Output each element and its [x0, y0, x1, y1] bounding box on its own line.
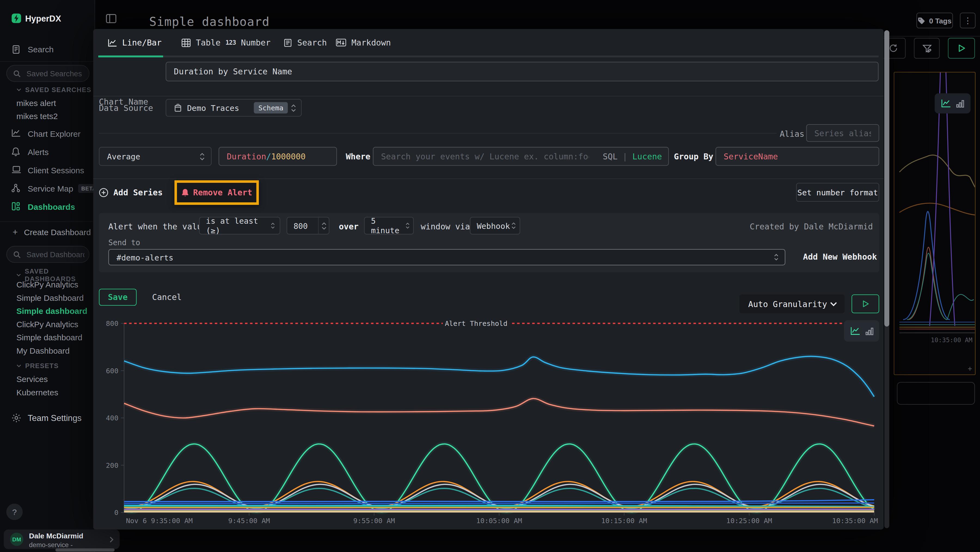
aggregation-select[interactable]: Average: [99, 147, 212, 166]
expression-operator: /: [266, 152, 271, 161]
saved-searches-field[interactable]: [25, 69, 86, 78]
sidebar-item-search[interactable]: Search: [28, 45, 54, 54]
svg-text:10:15:00 AM: 10:15:00 AM: [601, 517, 647, 525]
sidebar-item-team-settings[interactable]: Team Settings: [28, 413, 82, 423]
run-chart-button[interactable]: [851, 294, 879, 313]
sql-toggle[interactable]: SQL: [603, 152, 617, 161]
chevron-down-icon: [16, 273, 21, 276]
chevron-down-icon: [830, 302, 837, 306]
remove-alert-button[interactable]: Remove Alert: [175, 180, 259, 205]
tab-search[interactable]: Search: [283, 38, 327, 48]
background-panel-2: [897, 382, 975, 405]
svg-text:9:55:00 AM: 9:55:00 AM: [353, 517, 395, 525]
background-chart-panel[interactable]: 10:35:00 AM: [894, 72, 976, 375]
expression-divisor: 1000000: [271, 152, 306, 161]
group-by-label: Group By: [674, 152, 713, 161]
saved-dashboards-input[interactable]: [6, 246, 89, 263]
presets-header[interactable]: PRESETS: [16, 362, 59, 369]
set-number-format-button[interactable]: Set number format: [796, 183, 879, 202]
chart-type-toggle[interactable]: [844, 320, 879, 341]
sidebar: HyperDX Search SAVED SEARCHES mikes aler…: [0, 0, 95, 552]
sidebar-collapse-icon[interactable]: [106, 14, 116, 26]
bg-chart-type-toggle[interactable]: [935, 93, 970, 113]
add-new-webhook-button[interactable]: Add New Webhook: [803, 252, 877, 262]
saved-dashboard-item[interactable]: Simple dashboard: [16, 333, 82, 343]
tag-icon: [918, 17, 925, 24]
search-icon: [13, 70, 21, 77]
svg-text:400: 400: [106, 414, 118, 422]
send-to-select[interactable]: #demo-alerts: [108, 249, 785, 265]
preset-item[interactable]: Services: [16, 374, 48, 384]
cancel-button[interactable]: Cancel: [146, 289, 188, 306]
sidebar-item-client-sessions[interactable]: Client Sessions: [28, 165, 84, 175]
svg-text:10:25:00 AM: 10:25:00 AM: [726, 517, 772, 525]
sidebar-divider-2: [0, 221, 94, 222]
app-root: Simple dashboard 0 Tags ⋮: [0, 0, 980, 552]
alias-input[interactable]: [806, 124, 879, 142]
saved-searches-input[interactable]: [6, 65, 89, 82]
search-icon: [13, 250, 21, 258]
alert-prefix-label: Alert when the value: [108, 222, 207, 231]
chevron-down-icon: [16, 88, 22, 91]
create-dashboard-button[interactable]: Create Dashboard: [24, 228, 91, 237]
expression-input[interactable]: Duration/1000000: [219, 147, 337, 166]
save-button[interactable]: Save: [99, 289, 137, 306]
sidebar-item-chart-explorer[interactable]: Chart Explorer: [28, 129, 81, 139]
saved-dashboard-item[interactable]: My Dashboard: [16, 346, 70, 356]
saved-dashboard-item[interactable]: ClickPy Analytics: [16, 280, 78, 289]
horizontal-scrollbar[interactable]: [56, 549, 115, 552]
tab-line-bar[interactable]: Line/Bar: [108, 38, 162, 48]
tab-number[interactable]: 123Number: [225, 38, 270, 48]
hyperdx-logo[interactable]: [11, 13, 22, 26]
preset-item[interactable]: Kubernetes: [16, 388, 58, 397]
where-label: Where: [346, 152, 371, 161]
granularity-select[interactable]: Auto Granularity: [739, 294, 845, 313]
tab-markdown[interactable]: Markdown: [336, 38, 391, 48]
saved-search-item[interactable]: mikes tets2: [16, 112, 58, 121]
where-search-input[interactable]: SQL | Lucene: [373, 147, 669, 166]
brand-name[interactable]: HyperDX: [25, 14, 61, 24]
sidebar-item-service-map[interactable]: Service Map: [28, 183, 73, 193]
lucene-toggle[interactable]: Lucene: [632, 152, 662, 161]
modal-scrollbar-thumb[interactable]: [884, 30, 889, 326]
alert-channel-select[interactable]: Webhook: [470, 217, 520, 235]
more-menu-button[interactable]: ⋮: [960, 13, 976, 28]
run-query-button[interactable]: [948, 38, 975, 59]
saved-dashboard-item[interactable]: ClickPy Analytics: [16, 320, 78, 329]
filter-icon: [922, 43, 932, 53]
user-card[interactable]: DM Dale McDiarmid demo-service -: [4, 530, 120, 549]
sidebar-item-alerts[interactable]: Alerts: [28, 147, 49, 157]
filter-button[interactable]: [914, 38, 940, 59]
saved-dashboard-item[interactable]: Simple Dashboard: [16, 293, 84, 303]
tags-button[interactable]: 0 Tags: [916, 13, 953, 28]
svg-text:200: 200: [106, 461, 118, 469]
chart-name-input[interactable]: [165, 62, 878, 81]
chevron-updown-icon: [270, 222, 275, 230]
saved-dashboards-field[interactable]: [25, 249, 86, 259]
data-source-select[interactable]: Demo Traces Schema: [165, 99, 302, 116]
number-stepper[interactable]: [318, 217, 329, 234]
chart: 0200400600800Nov 6 9:35:00 AM9:45:00 AM9…: [99, 318, 880, 526]
tab-table[interactable]: Table: [181, 38, 221, 48]
play-icon: [862, 300, 869, 308]
sidebar-divider: [0, 61, 94, 62]
plus-icon: +: [13, 227, 18, 237]
saved-dashboard-item[interactable]: Simple dashboard: [16, 306, 88, 316]
saved-searches-header[interactable]: SAVED SEARCHES: [16, 86, 91, 93]
line-chart-icon: [941, 99, 951, 108]
alert-threshold-input[interactable]: 800: [286, 217, 329, 235]
saved-search-item[interactable]: mikes alert: [16, 98, 56, 108]
group-by-input[interactable]: ServiceName: [715, 147, 879, 166]
alert-window-suffix-label: window via: [421, 222, 470, 231]
svg-text:10:05:00 AM: 10:05:00 AM: [476, 517, 522, 525]
alert-window-select[interactable]: 5 minute: [364, 217, 414, 235]
group-by-value: ServiceName: [724, 152, 778, 161]
gear-icon: [11, 413, 22, 425]
sidebar-item-dashboards[interactable]: Dashboards: [28, 202, 75, 212]
help-button[interactable]: ?: [6, 504, 22, 520]
series-line: [124, 503, 874, 504]
alert-condition-select[interactable]: is at least (≥): [199, 217, 280, 235]
add-series-button[interactable]: Add Series: [99, 184, 162, 201]
alert-settings-panel: Alert when the value is at least (≥) 800…: [99, 213, 879, 272]
send-to-label: Send to: [108, 238, 140, 247]
